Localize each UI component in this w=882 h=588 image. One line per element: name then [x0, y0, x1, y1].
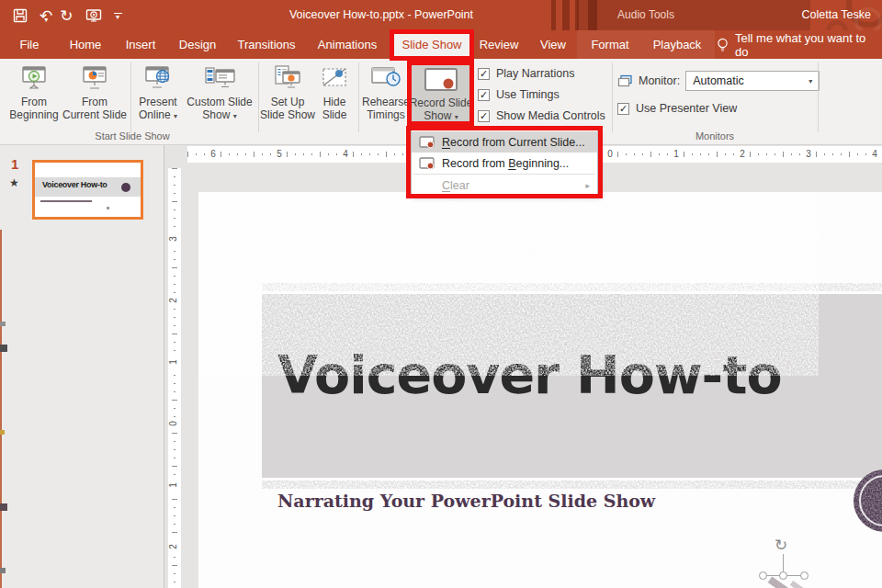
- checkbox-label: Play Narrations: [496, 67, 574, 80]
- selection-handle[interactable]: [800, 571, 808, 580]
- thumbnail-speck: [107, 207, 109, 209]
- ruler-number: 1: [669, 149, 684, 159]
- record-icon: [412, 136, 442, 149]
- menu-item-record-from-beginning[interactable]: Record from Beginning...: [412, 153, 597, 174]
- selection-handle[interactable]: [779, 571, 787, 580]
- dropdown-arrow-icon: ▾: [174, 112, 177, 120]
- redo-icon[interactable]: ↻: [60, 8, 73, 24]
- tell-me-box[interactable]: Tell me what you want to do: [717, 30, 882, 59]
- present-online-button[interactable]: PresentOnline ▾: [134, 61, 182, 129]
- record-slide-show-menu: Record from Current Slide... Record from…: [411, 129, 598, 195]
- start-from-beginning-icon[interactable]: [85, 8, 102, 23]
- select-dropdown-arrow-icon[interactable]: ▾: [802, 77, 819, 85]
- group-separator: [358, 62, 359, 132]
- checkbox-checked-icon: ✓: [478, 68, 490, 80]
- menu-item-clear[interactable]: Clear ▸: [412, 175, 597, 196]
- hide-slide-button[interactable]: HideSlide: [314, 61, 355, 129]
- slide-editing-area[interactable]: Voiceover How-to Narrating Your PowerPoi…: [198, 192, 882, 588]
- slide-1-thumbnail[interactable]: Voiceover How-to: [32, 160, 143, 220]
- ruler-number: 1: [168, 356, 181, 368]
- texture-band-thin-bottom: [262, 481, 882, 489]
- customize-qat-icon[interactable]: ▾: [114, 13, 122, 19]
- monitor-select[interactable]: Automatic ▾: [685, 71, 820, 91]
- slide-title-text[interactable]: Voiceover How-to: [277, 345, 782, 405]
- from-current-slide-button[interactable]: FromCurrent Slide: [62, 61, 127, 129]
- user-name[interactable]: Coletta Teske: [801, 8, 871, 21]
- rotate-handle-icon[interactable]: ↻: [775, 537, 787, 553]
- tab-animations[interactable]: Animations: [312, 30, 382, 59]
- undo-dropdown-arrow[interactable]: ▾: [44, 16, 48, 24]
- slide-number: 1: [11, 156, 18, 172]
- checkbox-checked-icon: ✓: [617, 103, 629, 115]
- show-media-controls-checkbox[interactable]: ✓ Show Media Controls: [478, 109, 605, 122]
- record-slide-show-icon: [422, 62, 460, 95]
- tab-slide-show[interactable]: Slide Show: [390, 30, 473, 59]
- tab-review[interactable]: Review: [473, 30, 525, 59]
- undo-button[interactable]: ↶ ▾: [40, 8, 48, 24]
- from-current-slide-icon: [79, 61, 110, 94]
- thumbnail-stamp-dot: [121, 183, 130, 192]
- use-presenter-view-checkbox[interactable]: ✓ Use Presenter View: [617, 102, 737, 115]
- menu-item-label: Record from Current Slide...: [442, 136, 585, 149]
- from-beginning-icon: [18, 61, 50, 94]
- title-bar: ↶ ▾ ↻ ▾ Voiceover How-to.pptx - PowerPoi…: [0, 0, 882, 30]
- monitor-select-value: Automatic: [686, 74, 802, 87]
- tab-design[interactable]: Design: [171, 30, 224, 59]
- ruler-number: 1: [168, 479, 181, 492]
- lightbulb-icon: [717, 38, 729, 52]
- tab-insert[interactable]: Insert: [118, 30, 164, 59]
- thumbnail-subtitle-line: [40, 200, 92, 202]
- slide-subtitle-text[interactable]: Narrating Your PowerPoint Slide Show: [277, 491, 655, 511]
- animation-star-icon: ★: [9, 176, 19, 189]
- vertical-ruler[interactable]: 3 2 1 0 1 2: [168, 168, 181, 588]
- tab-playback[interactable]: Playback: [645, 30, 709, 59]
- use-timings-checkbox[interactable]: ✓ Use Timings: [478, 88, 560, 101]
- slide-thumbnail-panel: 1 ★ Voiceover How-to: [0, 145, 164, 588]
- left-edge-artifact: [0, 322, 6, 326]
- checkbox-label: Show Media Controls: [496, 109, 605, 122]
- thumbnail-title: Voiceover How-to: [42, 180, 107, 189]
- tab-transitions[interactable]: Transitions: [232, 30, 301, 59]
- group-separator: [818, 62, 819, 132]
- ruler-number: 5: [272, 149, 287, 159]
- left-edge-artifact: [0, 345, 7, 352]
- submenu-arrow-icon: ▸: [585, 181, 590, 190]
- tab-file[interactable]: File: [9, 30, 50, 59]
- rehearse-timings-icon: [369, 61, 402, 94]
- tab-format[interactable]: Format: [582, 30, 638, 59]
- present-online-icon: [142, 61, 174, 94]
- record-icon: [412, 157, 442, 170]
- custom-slide-show-icon: [203, 61, 236, 94]
- selection-handle[interactable]: [759, 571, 767, 580]
- save-icon[interactable]: [13, 8, 28, 23]
- rehearse-timings-button[interactable]: RehearseTimings: [362, 61, 410, 129]
- selected-object-partial[interactable]: [790, 581, 806, 588]
- dropdown-arrow-icon: ▾: [455, 113, 458, 121]
- left-edge-artifact: [0, 430, 5, 435]
- ruler-number: 4: [867, 149, 882, 159]
- play-narrations-checkbox[interactable]: ✓ Play Narrations: [478, 67, 574, 80]
- checkbox-checked-icon: ✓: [478, 110, 490, 122]
- tab-home[interactable]: Home: [61, 30, 110, 59]
- group-label-monitors: Monitors: [614, 130, 816, 141]
- stamp-circle-graphic[interactable]: [854, 469, 882, 532]
- hide-slide-icon: [319, 61, 350, 94]
- group-separator: [258, 62, 259, 132]
- dropdown-arrow-icon: ▾: [233, 112, 237, 120]
- group-label-start-slide-show: Start Slide Show: [7, 130, 257, 141]
- menu-item-record-from-current-slide[interactable]: Record from Current Slide...: [412, 131, 597, 153]
- custom-slide-show-button[interactable]: Custom SlideShow ▾: [184, 61, 255, 129]
- contextual-tab-label: Audio Tools: [577, 8, 715, 21]
- group-separator: [612, 62, 613, 132]
- monitor-label: Monitor:: [639, 74, 680, 87]
- record-slide-show-button[interactable]: Record SlideShow ▾: [409, 61, 473, 129]
- ruler-number: 3: [168, 232, 181, 245]
- from-beginning-button[interactable]: FromBeginning: [7, 61, 61, 129]
- checkbox-label: Use Timings: [496, 88, 560, 101]
- set-up-slide-show-button[interactable]: Set UpSlide Show: [262, 61, 313, 129]
- tab-view[interactable]: View: [531, 30, 575, 59]
- ruler-number: 0: [168, 417, 181, 430]
- ruler-number: 3: [801, 149, 816, 159]
- tell-me-label: Tell me what you want to do: [735, 31, 882, 59]
- window-title: Voiceover How-to.pptx - PowerPoint: [165, 8, 597, 21]
